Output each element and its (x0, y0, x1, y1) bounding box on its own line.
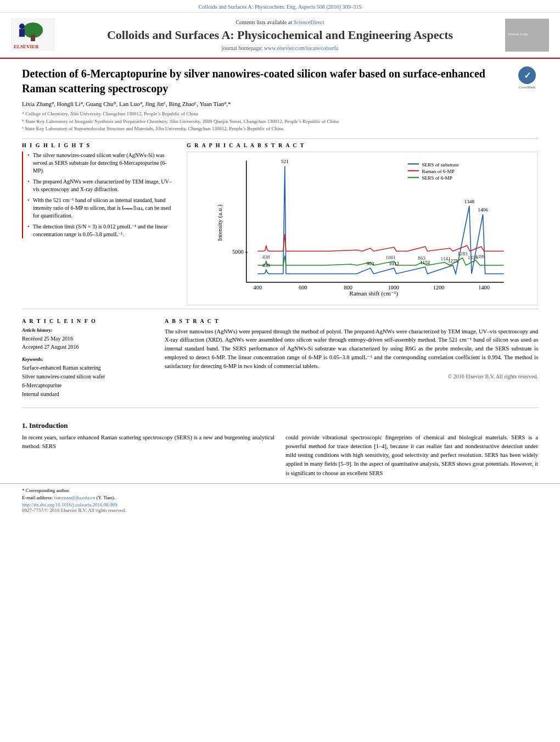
article-info-row: A R T I C L E I N F O Article history: R… (22, 318, 538, 404)
history-label: Article history: (22, 327, 154, 333)
keywords-label: Keywords: (22, 356, 154, 362)
keyword-4: Internal standard (22, 390, 154, 399)
footnote-email-row: E-mail address: tianyuan@jlu.edu.cn (Y. … (22, 494, 538, 502)
affiliations: ᵃ College of Chemistry, Jilin University… (22, 110, 538, 133)
email-label: E-mail address: (22, 495, 53, 500)
intro-text-left: In recent years, surface enhanced Raman … (22, 433, 275, 451)
abstract-text: The silver nanowires (AgNWs) were prepar… (165, 327, 538, 371)
email-link[interactable]: tianyuan@jlu.edu.cn (54, 495, 95, 500)
journal-logo-right: Journal Logo (505, 19, 549, 52)
svg-text:1141: 1141 (440, 255, 451, 261)
svg-text:SERS of substrate: SERS of substrate (422, 161, 458, 167)
intro-text-right: could provide vibrational spectroscopic … (285, 433, 538, 478)
svg-text:Raman shift (cm⁻¹): Raman shift (cm⁻¹) (349, 289, 398, 297)
raman-chart: Intensity (a.u.) Raman shift (cm⁻¹) 400 … (190, 155, 535, 302)
svg-text:1406: 1406 (478, 207, 488, 213)
highlights-list: The silver nanowires-coated silicon wafe… (22, 152, 176, 238)
keyword-2: Silver nanowires-coated silicon wafer (22, 372, 154, 381)
sciencedirect-link[interactable]: ScienceDirect (293, 19, 324, 25)
svg-text:1399: 1399 (475, 253, 485, 259)
page: Colloids and Surfaces A: Physicochem. En… (0, 0, 560, 742)
introduction-section: 1. Introduction (0, 417, 560, 430)
doi-line[interactable]: http://dx.doi.org/10.1016/j.colsurfa.201… (22, 502, 538, 507)
svg-rect-2 (31, 35, 35, 41)
svg-rect-4 (19, 29, 25, 37)
svg-text:ELSEVIER: ELSEVIER (14, 44, 39, 49)
affiliation-a: ᵃ College of Chemistry, Jilin University… (22, 110, 538, 118)
highlight-item-2: The prepared AgNWs were characterized by… (27, 178, 176, 193)
graphical-abstract-label: G R A P H I C A L A B S T R A C T (187, 142, 538, 148)
top-bar: Colloids and Surfaces A: Physicochem. En… (0, 0, 560, 13)
svg-text:1000: 1000 (388, 284, 399, 291)
article-info-col: A R T I C L E I N F O Article history: R… (22, 318, 154, 404)
email-suffix: (Y. Tian). (97, 495, 115, 500)
intro-col-right: could provide vibrational spectroscopic … (285, 433, 538, 478)
svg-text:1200: 1200 (433, 284, 445, 291)
highlight-item-3: With the 521 cm⁻¹ band of silicon as int… (27, 197, 176, 220)
svg-text:Journal Logo: Journal Logo (508, 32, 529, 36)
homepage-link[interactable]: www.elsevier.com/locate/colsurfa (264, 45, 338, 51)
footnote-section: * Corresponding author. E-mail address: … (0, 483, 560, 516)
svg-text:5000: 5000 (232, 249, 244, 255)
elsevier-logo-area: ELSEVIER (11, 18, 60, 52)
svg-rect-22 (407, 170, 419, 171)
svg-text:600: 600 (299, 284, 307, 291)
crossmark-label: CrossMark (518, 85, 535, 90)
keywords-list: Surface-enhanced Raman scattering Silver… (22, 364, 154, 399)
svg-text:438: 438 (262, 263, 270, 268)
svg-text:521: 521 (281, 159, 289, 164)
journal-header-center: Contents lists available at ScienceDirec… (60, 19, 500, 52)
svg-text:SERS of 6-MP: SERS of 6-MP (422, 175, 452, 181)
journal-homepage: journal homepage: www.elsevier.com/locat… (60, 45, 500, 51)
affiliation-c: ᶜ State Key Laboratory of Supramolecular… (22, 125, 538, 133)
svg-rect-20 (407, 163, 419, 164)
article-info-label: A R T I C L E I N F O (22, 318, 154, 324)
svg-text:800: 800 (344, 284, 352, 291)
journal-header: ELSEVIER Contents lists available at Sci… (0, 13, 560, 59)
contents-line: Contents lists available at ScienceDirec… (60, 19, 500, 25)
article-title: Detection of 6-Mercaptopurine by silver … (22, 66, 511, 96)
svg-text:Intensity (a.u.): Intensity (a.u.) (216, 204, 223, 241)
journal-citation[interactable]: Colloids and Surfaces A: Physicochem. En… (199, 4, 362, 10)
introduction-body: In recent years, surface enhanced Raman … (0, 433, 560, 478)
accepted-value: Accepted 27 August 2016 (22, 343, 154, 351)
article-title-row: Detection of 6-Mercaptopurine by silver … (22, 66, 538, 96)
svg-text:400: 400 (254, 284, 262, 291)
svg-text:1400: 1400 (478, 284, 490, 291)
elsevier-logo: ELSEVIER (11, 18, 55, 51)
svg-text:1012: 1012 (389, 261, 399, 266)
issn-line: 0927-7757/© 2016 Elsevier B.V. All right… (22, 507, 538, 513)
article-section: Detection of 6-Mercaptopurine by silver … (0, 59, 560, 309)
received-value: Received 25 May 2016 (22, 334, 154, 343)
divider-3 (22, 408, 538, 408)
highlight-item-1: The silver nanowires-coated silicon wafe… (27, 152, 176, 175)
svg-text:903: 903 (366, 261, 374, 266)
journal-header-right: Journal Logo (500, 19, 549, 52)
footnote-corresponding: * Corresponding author. (22, 487, 538, 495)
svg-point-3 (19, 24, 25, 29)
keyword-1: Surface-enhanced Raman scattering (22, 364, 154, 372)
svg-text:863: 863 (418, 255, 425, 260)
divider-1 (22, 138, 538, 139)
svg-text:1348: 1348 (464, 198, 475, 204)
introduction-heading: 1. Introduction (22, 421, 538, 430)
history-subsection: Article history: Received 25 May 2016 Ac… (22, 327, 154, 351)
intro-col-left: In recent years, surface enhanced Raman … (22, 433, 275, 478)
keyword-3: 6-Mercaptopurine (22, 381, 154, 390)
authors: Lixia Zhangᵃ, Hongli Liᵃ, Guang Chuᵇ, La… (22, 101, 538, 108)
article-info-section: A R T I C L E I N F O Article history: R… (0, 313, 560, 417)
graph-area: Intensity (a.u.) Raman shift (cm⁻¹) 400 … (187, 152, 538, 305)
abstract-col: A B S T R A C T The silver nanowires (Ag… (165, 318, 538, 404)
journal-title: Colloids and Surfaces A: Physicochemical… (60, 27, 500, 43)
highlights-graphical-row: H I G H L I G H T S The silver nanowires… (22, 142, 538, 305)
graphical-abstract-col: G R A P H I C A L A B S T R A C T Intens… (187, 142, 538, 305)
highlights-label: H I G H L I G H T S (22, 142, 176, 148)
divider-2 (22, 309, 538, 309)
svg-text:1283: 1283 (457, 251, 468, 256)
crossmark-icon[interactable]: ✓ (518, 66, 536, 84)
highlight-item-4: The detection limit (S/N = 3) is 0.012 μ… (27, 223, 176, 238)
svg-text:1001: 1001 (385, 254, 396, 260)
svg-rect-24 (407, 177, 419, 178)
svg-text:438: 438 (262, 254, 270, 259)
svg-text:Raman of 6-MP: Raman of 6-MP (422, 168, 455, 174)
